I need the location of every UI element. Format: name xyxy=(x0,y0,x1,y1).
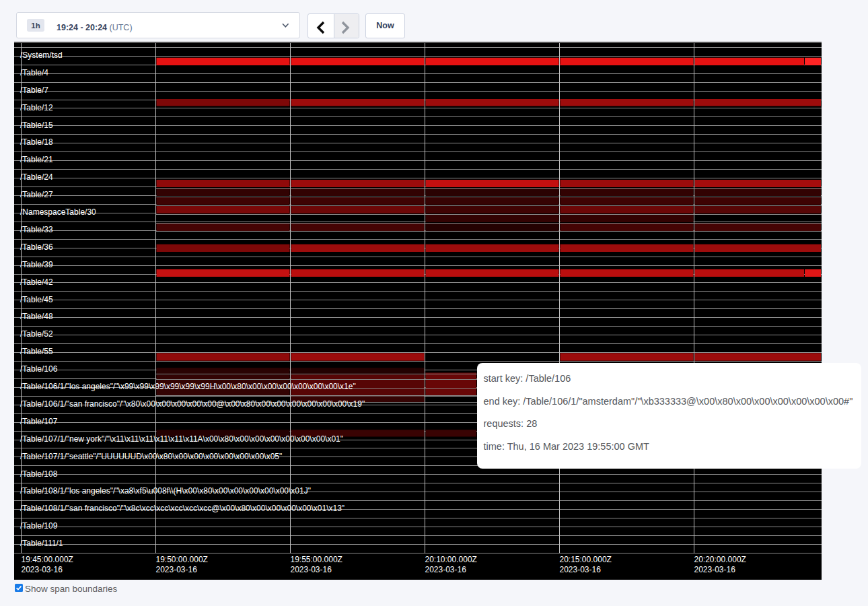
svg-text:/Table/107/1/"new york"/"\x11\: /Table/107/1/"new york"/"\x11\x11\x11\x1… xyxy=(20,434,343,444)
svg-text:20:20:00.000Z: 20:20:00.000Z xyxy=(694,555,746,564)
svg-text:/Table/36: /Table/36 xyxy=(20,242,53,252)
svg-text:2023-03-16: 2023-03-16 xyxy=(22,565,63,574)
svg-text:19:45:00.000Z: 19:45:00.000Z xyxy=(22,555,73,564)
svg-text:/Table/33: /Table/33 xyxy=(20,225,53,234)
svg-text:/Table/107/1/"seattle"/"UUUUUU: /Table/107/1/"seattle"/"UUUUUUD\x00\x80\… xyxy=(20,452,282,461)
svg-text:/Table/18: /Table/18 xyxy=(20,137,53,147)
svg-text:/Table/106: /Table/106 xyxy=(20,364,58,374)
svg-text:/Table/12: /Table/12 xyxy=(20,103,53,112)
svg-text:2023-03-16: 2023-03-16 xyxy=(425,565,467,574)
svg-text:/Table/111/1: /Table/111/1 xyxy=(20,539,63,548)
svg-text:/Table/108/1/"san francisco"/": /Table/108/1/"san francisco"/"\x8c\xcc\x… xyxy=(20,504,345,513)
svg-text:/Table/42: /Table/42 xyxy=(20,277,53,287)
svg-text:/Table/45: /Table/45 xyxy=(20,295,53,304)
svg-text:/System/tsd: /System/tsd xyxy=(20,50,63,60)
svg-text:/Table/106/1/"san francisco"/": /Table/106/1/"san francisco"/"\x80\x00\x… xyxy=(20,399,365,409)
svg-text:2023-03-16: 2023-03-16 xyxy=(291,565,332,574)
svg-text:/Table/109: /Table/109 xyxy=(20,521,58,531)
svg-text:/NamespaceTable/30: /NamespaceTable/30 xyxy=(20,207,96,217)
svg-text:/Table/15: /Table/15 xyxy=(20,121,53,130)
svg-text:/Table/52: /Table/52 xyxy=(20,329,53,339)
svg-text:/Table/107: /Table/107 xyxy=(20,417,58,426)
svg-text:/Table/106/1/"los angeles"/"\x: /Table/106/1/"los angeles"/"\x99\x99\x99… xyxy=(20,382,356,391)
svg-text:/Table/108/1/"los angeles"/"\x: /Table/108/1/"los angeles"/"\xa8\xf5\u00… xyxy=(20,486,311,496)
svg-text:2023-03-16: 2023-03-16 xyxy=(694,565,736,574)
svg-text:/Table/39: /Table/39 xyxy=(20,260,53,269)
svg-text:/Table/7: /Table/7 xyxy=(20,86,48,95)
svg-text:20:10:00.000Z: 20:10:00.000Z xyxy=(425,555,477,564)
svg-text:/Table/48: /Table/48 xyxy=(20,312,53,321)
svg-text:19:50:00.000Z: 19:50:00.000Z xyxy=(156,555,208,564)
svg-text:19:55:00.000Z: 19:55:00.000Z xyxy=(291,555,342,564)
svg-text:/Table/108: /Table/108 xyxy=(20,469,58,479)
svg-text:2023-03-16: 2023-03-16 xyxy=(156,565,198,574)
svg-text:/Table/21: /Table/21 xyxy=(20,155,53,164)
svg-text:20:15:00.000Z: 20:15:00.000Z xyxy=(560,555,612,564)
svg-text:/Table/24: /Table/24 xyxy=(20,172,53,182)
svg-text:/Table/27: /Table/27 xyxy=(20,190,53,199)
svg-text:/Table/4: /Table/4 xyxy=(20,68,48,77)
svg-text:/Table/55: /Table/55 xyxy=(20,347,53,356)
svg-text:2023-03-16: 2023-03-16 xyxy=(560,565,602,574)
